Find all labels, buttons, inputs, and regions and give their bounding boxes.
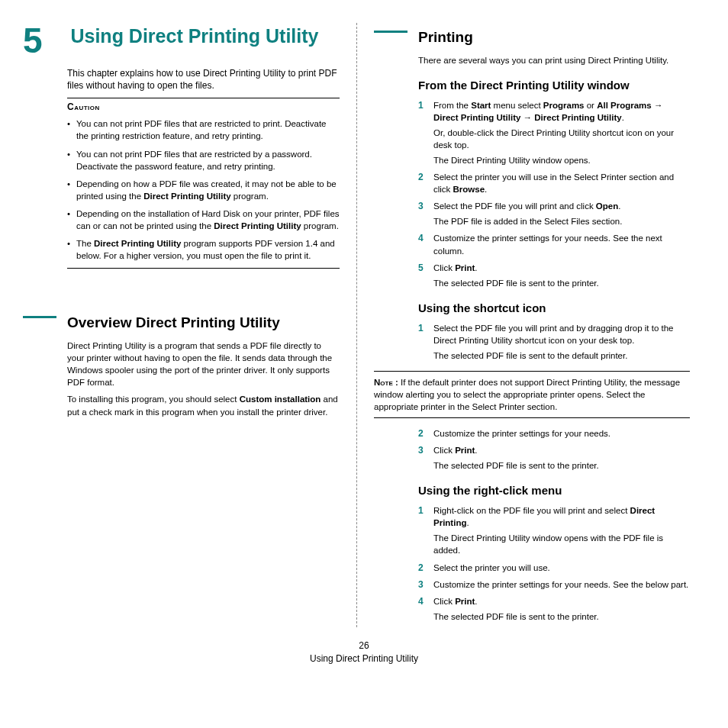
step: From the Start menu select Programs or A…: [418, 99, 690, 166]
from-window-steps: From the Start menu select Programs or A…: [418, 99, 690, 289]
left-content: This chapter explains how to use Direct …: [67, 67, 340, 269]
overview-heading: Overview Direct Printing Utility: [67, 314, 280, 332]
step: Customize the printer settings for your …: [418, 427, 690, 440]
footer-title: Using Direct Printing Utility: [0, 652, 728, 665]
rule-bottom: [67, 268, 340, 269]
caution-list: You can not print PDF files that are res…: [67, 118, 340, 262]
chapter-header: 5 Using Direct Printing Utility: [23, 23, 340, 58]
step: Select the printer you will use.: [418, 562, 690, 574]
chapter-number: 5: [23, 23, 67, 58]
arrow-icon: →: [523, 113, 535, 122]
sub-text: The Direct Printing Utility window opens…: [433, 154, 690, 166]
step: Click Print. The selected PDF file is se…: [418, 262, 690, 289]
overview-p2: To installing this program, you should s…: [67, 393, 340, 417]
overview-heading-block: Overview Direct Printing Utility: [23, 314, 340, 332]
page-number: 26: [0, 639, 728, 652]
overview-p1: Direct Printing Utility is a program tha…: [67, 340, 340, 388]
shortcut-steps-1: Select the PDF file you will print and b…: [418, 322, 690, 362]
from-window-heading: From the Direct Printing Utility window: [418, 79, 690, 93]
chapter-title: Using Direct Printing Utility: [70, 24, 322, 47]
sub-text: The Direct Printing Utility window opens…: [433, 532, 690, 556]
rightclick-heading: Using the right-click menu: [418, 484, 690, 498]
page-footer: 26 Using Direct Printing Utility: [0, 639, 728, 665]
caution-item: The Direct Printing Utility program supp…: [67, 237, 340, 262]
caution-item: You can not print PDF files that are res…: [67, 118, 340, 142]
caution-item: Depending on the installation of Hard Di…: [67, 208, 340, 232]
sub-text: The selected PDF file is sent to the pri…: [433, 277, 690, 289]
teal-accent-bar: [374, 31, 407, 33]
note-label: Note :: [374, 378, 398, 387]
step: Customize the printer settings for your …: [418, 578, 690, 591]
note-box: Note : If the default printer does not s…: [374, 371, 690, 418]
printing-intro: There are several ways you can print usi…: [418, 54, 690, 66]
step: Customize the printer settings for your …: [418, 232, 690, 256]
shortcut-steps-2: Customize the printer settings for your …: [418, 427, 690, 472]
rule-top: [67, 98, 340, 98]
note-content: Note : If the default printer does not s…: [374, 376, 690, 413]
teal-accent-bar: [23, 316, 56, 318]
left-column: 5 Using Direct Printing Utility This cha…: [23, 23, 356, 627]
page: 5 Using Direct Printing Utility This cha…: [0, 0, 728, 635]
sub-text: The selected PDF file is sent to the def…: [433, 350, 690, 362]
shortcut-heading: Using the shortcut icon: [418, 301, 690, 316]
arrow-icon: →: [654, 101, 663, 110]
rightclick-steps: Right-click on the PDF file you will pri…: [418, 504, 690, 623]
sub-text: The PDF file is added in the Select File…: [433, 215, 690, 227]
caution-item: You can not print PDF files that are res…: [67, 148, 340, 172]
right-content: There are several ways you can print usi…: [418, 54, 690, 623]
printing-heading-block: Printing: [374, 29, 690, 47]
caution-label: Caution: [67, 101, 340, 112]
step: Select the PDF file you will print and c…: [418, 200, 690, 227]
step: Right-click on the PDF file you will pri…: [418, 504, 690, 556]
sub-text: The selected PDF file is sent to the pri…: [433, 459, 690, 472]
intro-paragraph: This chapter explains how to use Direct …: [67, 67, 340, 92]
caution-item: Depending on how a PDF file was created,…: [67, 178, 340, 202]
sub-text: The selected PDF file is sent to the pri…: [433, 610, 690, 623]
overview-content: Direct Printing Utility is a program tha…: [67, 340, 340, 418]
right-column: Printing There are several ways you can …: [356, 23, 690, 627]
step: Select the PDF file you will print and b…: [418, 322, 690, 362]
sub-text: Or, double-click the Direct Printing Uti…: [433, 127, 690, 151]
step: Select the printer you will use in the S…: [418, 171, 690, 195]
step: Click Print. The selected PDF file is se…: [418, 595, 690, 623]
printing-heading: Printing: [418, 29, 473, 47]
step: Click Print. The selected PDF file is se…: [418, 444, 690, 472]
